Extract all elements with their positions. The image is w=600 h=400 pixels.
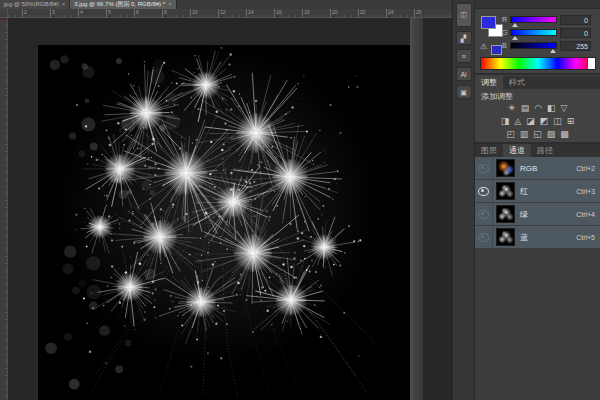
visibility-toggle[interactable] <box>475 203 493 225</box>
channel-shortcut: Ctrl+4 <box>576 211 595 218</box>
channel-list: RGBCtrl+2红Ctrl+3绿Ctrl+4蓝Ctrl+5 <box>475 157 600 249</box>
tab-调整[interactable]: 调整 <box>475 76 503 89</box>
visibility-toggle[interactable] <box>475 226 493 248</box>
hue-saturation-icon[interactable]: ◨ <box>501 117 510 126</box>
channel-row-绿[interactable]: 绿Ctrl+4 <box>475 203 600 225</box>
channels-panel-tabs: 图层通道路径 <box>475 144 600 157</box>
add-adjustment-label: 添加调整 <box>481 91 513 102</box>
channel-row-红[interactable]: 红Ctrl+3 <box>475 180 600 202</box>
channel-name: 绿 <box>520 209 528 220</box>
panel-group-icon[interactable]: ◫ <box>456 3 472 27</box>
eye-icon <box>478 210 489 219</box>
tab-图层[interactable]: 图层 <box>475 144 503 157</box>
color-slider-row: R0 <box>502 14 591 25</box>
slider-value-b[interactable]: 255 <box>560 41 591 51</box>
panel-divider <box>475 73 600 75</box>
spectrum-white-swatch[interactable] <box>587 58 595 69</box>
adjustments-panel-tabs: 调整样式 <box>475 76 600 89</box>
channel-shortcut: Ctrl+2 <box>576 165 595 172</box>
brush-panel-icon[interactable]: ▞ <box>456 31 472 45</box>
tab-路径[interactable]: 路径 <box>531 144 559 157</box>
levels-icon[interactable]: ▤ <box>521 104 530 113</box>
slider-track-r[interactable] <box>510 16 557 23</box>
properties-panel-icon[interactable]: ≡ <box>456 49 472 63</box>
slider-label-b: B <box>502 42 510 49</box>
document-tab-label: 3.jpg @ 66.7% (图层 0, RGB/8#) * <box>74 0 165 9</box>
gradient-map-icon[interactable]: ▨ <box>547 130 556 139</box>
slider-track-b[interactable] <box>510 42 557 49</box>
adjustment-icon-row: ◰▥◱▨▩ <box>475 128 600 141</box>
photo-filter-icon[interactable]: ◩ <box>540 117 549 126</box>
channel-thumbnail[interactable] <box>496 159 515 177</box>
document-tab[interactable]: jpg @ 50%(RGB/8#)× <box>0 0 70 9</box>
adjustment-icon-row: ◨◬◪◩◫⊞ <box>475 115 600 128</box>
vertical-scrollbar[interactable] <box>410 18 423 400</box>
slider-value-g[interactable]: 0 <box>560 28 591 38</box>
adjustment-icons: ☀▤◠◧▽◨◬◪◩◫⊞◰▥◱▨▩ <box>475 102 600 141</box>
slider-label-r: R <box>502 16 510 23</box>
brightness-contrast-icon[interactable]: ☀ <box>508 104 516 113</box>
curves-icon[interactable]: ◠ <box>534 104 542 113</box>
ruler-label: 3 <box>50 9 55 18</box>
channel-shortcut: Ctrl+5 <box>576 234 595 241</box>
color-spectrum-ramp[interactable] <box>480 57 596 70</box>
ruler-label: 24 <box>386 9 394 18</box>
ruler-label: 18 <box>302 9 310 18</box>
ruler-label: 12 <box>218 9 226 18</box>
notes-panel-icon[interactable]: ▣ <box>456 85 472 99</box>
slider-track-g[interactable] <box>510 29 557 36</box>
collapsed-panel-dock: ◫▞≡Ai▣ <box>452 0 474 400</box>
posterize-icon[interactable]: ▥ <box>520 130 529 139</box>
ruler-label: 10 <box>190 9 198 18</box>
vertical-ruler[interactable] <box>0 18 8 400</box>
exposure-icon[interactable]: ◧ <box>547 104 556 113</box>
color-panel-tab-strip <box>475 0 600 9</box>
gamut-warning-icon[interactable]: ⚠ <box>480 42 487 51</box>
black-white-icon[interactable]: ◪ <box>526 117 535 126</box>
eye-icon <box>478 187 489 196</box>
ruler-label: 8 <box>162 9 167 18</box>
document-tabbar: jpg @ 50%(RGB/8#)×3.jpg @ 66.7% (图层 0, R… <box>0 0 452 9</box>
channel-name: 蓝 <box>520 232 528 243</box>
channel-row-RGB[interactable]: RGBCtrl+2 <box>475 157 600 179</box>
tab-样式[interactable]: 样式 <box>503 76 531 89</box>
slider-value-r[interactable]: 0 <box>560 15 591 25</box>
close-tab-icon[interactable]: × <box>62 0 66 9</box>
vibrance-icon[interactable]: ▽ <box>561 104 568 113</box>
visibility-toggle[interactable] <box>475 180 493 202</box>
ruler-label: 26 <box>414 9 422 18</box>
eye-icon <box>478 164 489 173</box>
gamut-color-swatch[interactable] <box>491 45 502 55</box>
channel-row-蓝[interactable]: 蓝Ctrl+5 <box>475 226 600 248</box>
ruler-label: 6 <box>134 9 139 18</box>
channel-thumbnail[interactable] <box>496 228 515 246</box>
channel-thumbnail[interactable] <box>496 205 515 223</box>
close-tab-icon[interactable]: × <box>168 0 172 9</box>
channel-mixer-icon[interactable]: ◫ <box>553 117 562 126</box>
color-balance-icon[interactable]: ◬ <box>514 117 521 126</box>
photoshop-window: jpg @ 50%(RGB/8#)×3.jpg @ 66.7% (图层 0, R… <box>0 0 600 400</box>
ruler-label: 20 <box>330 9 338 18</box>
right-panel-dock: R0G0B255 ⚠ 调整样式 添加调整 ☀▤◠◧▽◨◬◪◩◫⊞◰▥◱▨▩ 图层… <box>474 0 600 400</box>
selective-color-icon[interactable]: ▩ <box>560 130 569 139</box>
foreground-color-swatch[interactable] <box>481 16 496 29</box>
invert-icon[interactable]: ◰ <box>506 130 515 139</box>
document-tab[interactable]: 3.jpg @ 66.7% (图层 0, RGB/8#) *× <box>70 0 176 9</box>
channel-name: 红 <box>520 186 528 197</box>
fireworks-image <box>38 45 410 400</box>
ruler-label: 2 <box>22 9 27 18</box>
ruler-label: 4 <box>78 9 83 18</box>
color-lookup-icon[interactable]: ⊞ <box>567 117 575 126</box>
eye-icon <box>478 233 489 242</box>
adjustment-icon-row: ☀▤◠◧▽ <box>475 102 600 115</box>
document-canvas-fireworks-photo[interactable] <box>38 45 410 400</box>
channel-thumbnail[interactable] <box>496 182 515 200</box>
tab-通道[interactable]: 通道 <box>503 144 531 157</box>
threshold-icon[interactable]: ◱ <box>533 130 542 139</box>
channel-shortcut: Ctrl+3 <box>576 188 595 195</box>
horizontal-ruler[interactable]: 234568101214161820222426 <box>8 9 452 18</box>
ai-panel-icon[interactable]: Ai <box>456 67 472 81</box>
visibility-toggle[interactable] <box>475 157 493 179</box>
color-slider-row: G0 <box>502 27 591 38</box>
channel-name: RGB <box>520 164 537 173</box>
